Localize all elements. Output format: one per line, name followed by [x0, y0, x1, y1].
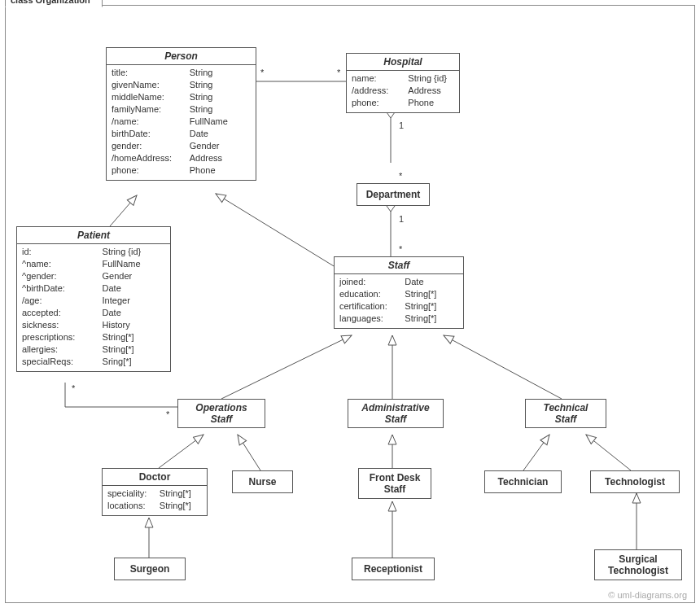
class-person: Person title:String givenName:String mid…	[106, 47, 256, 181]
mult-person-hospital-right: *	[337, 68, 340, 77]
class-person-name: Person	[107, 48, 256, 65]
class-front-desk-staff-name: Front Desk Staff	[359, 469, 431, 498]
class-hospital-attrs: name:String {id} /address:Address phone:…	[347, 71, 459, 112]
mult-patient-ops-right: *	[166, 409, 169, 419]
class-surgeon-name: Surgeon	[115, 558, 185, 580]
class-staff: Staff joined:Date education:String[*] ce…	[334, 256, 464, 329]
class-patient-attrs: id:String {id} ^name:FullName ^gender:Ge…	[17, 244, 170, 371]
class-doctor: Doctor speciality:String[*] locations:St…	[102, 468, 208, 516]
class-staff-name: Staff	[335, 257, 463, 274]
class-technician-name: Technician	[485, 471, 561, 492]
class-technical-staff: Technical Staff	[525, 399, 606, 428]
class-receptionist: Receptionist	[352, 558, 435, 580]
class-administrative-staff-name: Administrative Staff	[348, 400, 443, 427]
class-hospital-name: Hospital	[347, 54, 459, 71]
class-department: Department	[357, 183, 430, 206]
class-technologist: Technologist	[590, 470, 680, 493]
class-staff-attrs: joined:Date education:String[*] certific…	[335, 274, 463, 328]
class-technologist-name: Technologist	[591, 471, 679, 492]
class-nurse: Nurse	[232, 470, 293, 493]
class-front-desk-staff: Front Desk Staff	[358, 468, 431, 499]
class-surgical-technologist-name: Surgical Technologist	[595, 550, 681, 580]
mult-hospital-dept-bot: *	[399, 171, 402, 181]
class-surgeon: Surgeon	[114, 558, 186, 580]
mult-patient-ops-left: *	[72, 383, 75, 393]
class-receptionist-name: Receptionist	[352, 558, 434, 580]
class-doctor-name: Doctor	[103, 469, 207, 486]
class-surgical-technologist: Surgical Technologist	[594, 549, 682, 580]
class-technician: Technician	[484, 470, 562, 493]
class-hospital: Hospital name:String {id} /address:Addre…	[346, 53, 460, 113]
class-administrative-staff: Administrative Staff	[348, 399, 444, 428]
watermark: © uml-diagrams.org	[608, 590, 687, 600]
uml-canvas: class Organization	[0, 0, 700, 608]
frame-title: class Organization	[5, 0, 103, 7]
class-operations-staff-name: Operations Staff	[178, 400, 265, 427]
class-person-attrs: title:String givenName:String middleName…	[107, 65, 256, 180]
class-patient: Patient id:String {id} ^name:FullName ^g…	[16, 226, 171, 372]
class-technical-staff-name: Technical Staff	[526, 400, 606, 427]
mult-person-hospital-left: *	[260, 68, 264, 77]
class-department-name: Department	[357, 184, 429, 205]
mult-dept-staff-top: 1	[399, 214, 404, 224]
mult-hospital-dept-top: 1	[399, 120, 404, 130]
class-doctor-attrs: speciality:String[*] locations:String[*]	[103, 486, 207, 515]
class-patient-name: Patient	[17, 227, 170, 244]
class-operations-staff: Operations Staff	[177, 399, 265, 428]
mult-dept-staff-bot: *	[399, 244, 402, 254]
class-nurse-name: Nurse	[233, 471, 292, 492]
